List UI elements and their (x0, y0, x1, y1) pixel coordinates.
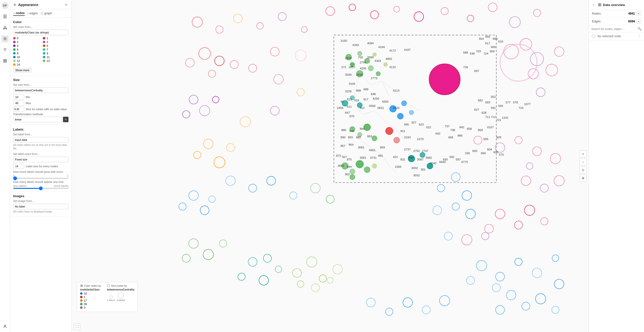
filter-icon[interactable] (2, 46, 9, 53)
svg-text:272: 272 (341, 65, 346, 69)
panel-title: Appearance (13, 3, 38, 7)
legend-color-header: Color nodes by (80, 284, 101, 287)
svg-text:923: 923 (419, 123, 424, 126)
svg-text:813: 813 (347, 98, 352, 101)
svg-text:91: 91 (341, 100, 344, 103)
size-max-input[interactable] (13, 101, 24, 106)
svg-text:619: 619 (498, 40, 503, 43)
label-size-select[interactable]: Fixed size (13, 157, 68, 162)
right-panel-header-row: « Data overview (589, 0, 644, 10)
file-icon[interactable] (2, 13, 9, 20)
size-fallback-input[interactable] (13, 107, 24, 112)
labels-help-text: All nodes labels are as they are in the … (13, 143, 68, 150)
color-dot-0 (13, 37, 16, 39)
zoom-fit-button[interactable]: ⊞ (580, 175, 587, 182)
legend-color-1: 1 (80, 296, 101, 299)
images-help-text: All nodes have no displayed image. (13, 210, 68, 214)
tab-edges[interactable]: / edges (28, 11, 38, 16)
tab-nodes[interactable]: ○ nodes (13, 11, 25, 16)
svg-text:888: 888 (356, 89, 361, 92)
color-item-2: 2 (13, 40, 39, 44)
svg-text:600: 600 (493, 150, 498, 154)
search-input[interactable] (591, 27, 636, 30)
transformation-select[interactable]: linear (13, 117, 61, 122)
color-item-6: 6 (13, 48, 39, 51)
color-select[interactable]: modularityClass (as strings) (13, 30, 68, 35)
svg-text:3087: 3087 (417, 158, 423, 161)
svg-text:738: 738 (450, 128, 455, 132)
svg-text:2857: 2857 (349, 65, 355, 69)
svg-text:4250: 4250 (352, 43, 359, 47)
svg-text:668: 668 (490, 50, 495, 53)
show-more-button[interactable]: Show more (13, 68, 32, 73)
more-options-button[interactable]: ⋮ (638, 34, 641, 38)
appearance-panel-icon (13, 3, 17, 7)
svg-text:724: 724 (483, 52, 488, 55)
label-size-input[interactable] (13, 164, 24, 169)
legend-size-header: Size nodes by (107, 284, 134, 287)
logo-icon[interactable]: GP (2, 2, 9, 9)
svg-text:511: 511 (347, 105, 352, 108)
svg-text:3193: 3193 (404, 136, 411, 139)
labels-select[interactable]: Input data (13, 137, 68, 143)
collapse-right-panel-button[interactable]: « (591, 2, 596, 8)
add-edges-button[interactable]: + (636, 19, 641, 24)
images-select[interactable]: No label (13, 204, 68, 209)
svg-text:902: 902 (345, 173, 350, 176)
color-dot-13 (43, 60, 45, 62)
svg-text:2756: 2756 (360, 61, 366, 64)
zoom-slider[interactable] (13, 178, 68, 179)
svg-point-138 (372, 136, 377, 141)
svg-rect-315 (598, 4, 599, 5)
close-panel-button[interactable]: ✕ (64, 3, 68, 7)
nodes-value: 4941 (628, 12, 635, 15)
main-canvas[interactable]: 3150 4250 4094 4194 4172 4187 2839 758 3… (72, 0, 589, 332)
legend-size-small: 1.02e-8 (107, 296, 115, 302)
color-item-7: 7 (43, 48, 68, 51)
legend-size-attribute: betweennessCentrality (107, 288, 134, 291)
edges-value: 6594 (628, 20, 635, 23)
svg-text:4265: 4265 (382, 100, 389, 103)
graph-icon[interactable] (2, 24, 9, 31)
add-nodes-button[interactable]: + (636, 11, 641, 16)
color-select-row: modularityClass (as strings) (13, 30, 68, 35)
color-grid: 0 1 2 3 4 5 6 (13, 37, 68, 66)
svg-text:921: 921 (400, 129, 405, 133)
zoom-in-button[interactable]: + (580, 150, 587, 157)
panel-header: Appearance ✕ (10, 0, 71, 9)
legend-size-circles: 1.02e-8 0.00004 (107, 293, 134, 302)
appearance-panel: Appearance ✕ ○ nodes / edges ⬡ graph Col… (10, 0, 72, 332)
size-min-input[interactable] (13, 95, 24, 100)
svg-text:4187: 4187 (404, 48, 411, 51)
user-icon[interactable] (2, 323, 9, 330)
search-icon[interactable]: 🔍 (637, 27, 641, 31)
images-subtitle: Set image from... (13, 199, 68, 202)
svg-text:883: 883 (367, 135, 372, 138)
count-slider[interactable] (13, 188, 68, 189)
zoom-out-button[interactable]: − (580, 158, 587, 165)
zoom-reset-button[interactable]: ⊙ (580, 167, 587, 174)
edit-transformation-button[interactable]: ✎ (63, 117, 68, 122)
svg-text:604: 604 (487, 148, 492, 151)
tab-graph[interactable]: ⬡ graph (41, 11, 52, 16)
legend-dot-17 (80, 299, 83, 302)
layout-icon[interactable] (2, 57, 9, 64)
color-dot-1 (43, 37, 45, 39)
edges-value-group: 6594 + (628, 19, 641, 24)
empty-node-indicator (592, 34, 595, 38)
size-select[interactable]: betweennessCentrality (13, 88, 68, 93)
appearance-icon[interactable] (2, 35, 9, 42)
svg-text:0107: 0107 (487, 126, 494, 129)
graph-svg[interactable]: 3150 4250 4094 4194 4172 4187 2839 758 3… (72, 0, 589, 332)
fullscreen-button[interactable]: ⛶ (74, 323, 80, 330)
legend-circle-large (118, 293, 124, 299)
color-item-3: 3 (43, 40, 68, 44)
svg-text:917: 917 (364, 98, 369, 101)
color-dot-10 (13, 56, 16, 58)
svg-text:927: 927 (411, 121, 416, 124)
size-max-row: Max (13, 101, 68, 106)
svg-text:301: 301 (421, 168, 426, 171)
legend-size-icon (107, 284, 110, 287)
svg-text:3228: 3228 (345, 90, 352, 93)
svg-text:831: 831 (400, 158, 405, 161)
